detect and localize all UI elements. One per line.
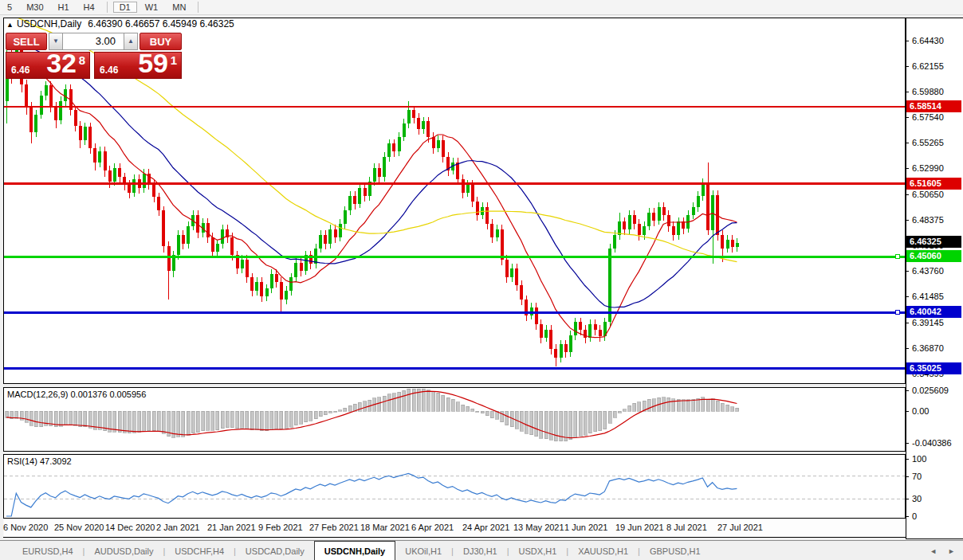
pane-backgrounds xyxy=(3,18,906,538)
price-level-badge: 6.45060 xyxy=(906,250,961,262)
price-level-badge: 6.58514 xyxy=(906,100,961,112)
chart-ohlc-values: 6.46390 6.46657 6.45949 6.46325 xyxy=(88,18,234,29)
tab-ukoil[interactable]: UKOil,H1 xyxy=(395,541,451,560)
y-axis-tickmark xyxy=(906,143,909,143)
volume-increase-icon[interactable]: ▲ xyxy=(124,33,138,50)
x-axis-date-label: 27 Jul 2021 xyxy=(717,523,763,532)
y-axis-tick-label: 6.62155 xyxy=(912,61,944,71)
y-axis-tick-label: 6.50650 xyxy=(912,190,944,199)
scroll-tabs-left-icon[interactable]: ◄ xyxy=(930,547,937,555)
tab-usdx[interactable]: USDX,H1 xyxy=(509,541,567,560)
buy-price-big: 59 xyxy=(138,48,168,79)
one-click-trading-panel: SELL ▼ 3.00 ▲ BUY 6.46 32 8 6.46 59 1 xyxy=(6,33,182,79)
y-axis-tick-label: 6.48375 xyxy=(912,215,944,225)
x-axis-date-label: 19 Jun 2021 xyxy=(615,523,664,532)
sell-price-big: 32 xyxy=(46,48,77,79)
rsi-axis-tick-label: 30 xyxy=(912,494,922,503)
y-axis-tickmark xyxy=(906,194,909,195)
y-axis-tick-label: 6.43760 xyxy=(912,266,944,276)
y-axis-tickmark xyxy=(906,220,909,221)
x-axis-date-label: 8 Jul 2021 xyxy=(666,523,707,532)
y-axis-tickmark xyxy=(906,323,909,323)
sell-button[interactable]: SELL xyxy=(6,33,47,50)
y-axis-tick-label: 6.59880 xyxy=(912,87,944,96)
rsi-axis-tick-label: 70 xyxy=(912,472,922,481)
object-marker-icon: ▲ xyxy=(6,21,14,29)
y-axis-tick-label: 6.41485 xyxy=(912,292,944,301)
tab-dj30[interactable]: DJ30,H1 xyxy=(454,541,507,560)
tab-usdcad[interactable]: USDCAD,Daily xyxy=(236,541,314,560)
price-level-badge: 6.40042 xyxy=(906,306,961,318)
x-axis-date-label: 14 Dec 2020 xyxy=(105,523,155,532)
rsi-axis-tick-label: 0 xyxy=(912,511,917,521)
x-axis-date-label: 9 Feb 2021 xyxy=(258,523,303,532)
chart-title-row: ▲USDCNH,Daily6.46390 6.46657 6.45949 6.4… xyxy=(6,18,234,29)
rsi-axis-tickmark xyxy=(906,516,909,517)
y-axis-tickmark xyxy=(906,92,909,92)
macd-axis-tickmark xyxy=(906,411,909,412)
tab-gbpusd[interactable]: GBPUSD,H1 xyxy=(640,541,710,560)
y-axis-tickmark xyxy=(906,296,909,297)
scroll-tabs-right-icon[interactable]: ► xyxy=(948,547,955,555)
y-axis-tick-label: 6.64430 xyxy=(912,36,944,45)
y-axis-tickmark xyxy=(906,66,909,67)
rsi-axis-tickmark xyxy=(906,476,909,477)
rsi-indicator-label: RSI(14) 47.3092 xyxy=(7,456,72,466)
sell-price-prefix: 6.46 xyxy=(11,65,29,76)
tab-usdcnh[interactable]: USDCNH,Daily xyxy=(314,541,395,560)
macd-axis-tick-label: 0.00 xyxy=(912,406,929,416)
macd-axis-tickmark xyxy=(906,390,909,391)
y-axis-tickmark xyxy=(906,271,909,272)
y-axis-tick-label: 6.39145 xyxy=(912,318,944,327)
sell-price-sup: 8 xyxy=(79,53,85,67)
price-level-badge: 6.51605 xyxy=(906,178,961,190)
x-axis-date-label: 27 Feb 2021 xyxy=(309,523,359,532)
macd-axis-tickmark xyxy=(906,443,909,444)
rsi-axis-tick-label: 100 xyxy=(912,454,926,464)
tab-usdchf[interactable]: USDCHF,H4 xyxy=(165,541,234,560)
line-handle[interactable] xyxy=(895,310,900,315)
rsi-axis-tickmark xyxy=(906,459,909,460)
x-axis-date-label: 18 Mar 2021 xyxy=(360,523,410,532)
macd-indicator-label: MACD(12,26,9) 0.001376 0.005956 xyxy=(7,390,146,399)
y-axis-tickmark xyxy=(906,348,909,349)
macd-axis-tick-label: 0.025609 xyxy=(912,386,949,395)
current-price-badge: 6.46325 xyxy=(906,236,961,248)
tab-eurusd[interactable]: EURUSD,H4 xyxy=(13,541,83,560)
price-level-badge: 6.35025 xyxy=(906,362,961,374)
y-axis-tick-label: 6.52990 xyxy=(912,163,944,173)
rsi-axis-tickmark xyxy=(906,499,909,499)
y-axis-tick-label: 6.57540 xyxy=(912,112,944,122)
tab-xauusd[interactable]: XAUUSD,H1 xyxy=(568,541,638,560)
y-axis-tickmark xyxy=(906,41,909,41)
y-axis-tick-label: 6.55265 xyxy=(912,138,944,147)
symbol-tab-bar: EURUSD,H4|AUDUSD,Daily|USDCHF,H4|USDCAD,… xyxy=(0,540,963,560)
x-axis-date-label: 6 Apr 2021 xyxy=(411,523,454,532)
macd-axis-tick-label: -0.040386 xyxy=(912,438,952,448)
x-axis-date-label: 13 May 2021 xyxy=(513,523,564,532)
chart-symbol-period: USDCNH,Daily xyxy=(17,18,81,29)
buy-price-box[interactable]: 6.46 59 1 xyxy=(94,52,182,79)
x-axis-date-label: 24 Apr 2021 xyxy=(462,523,509,532)
tab-audusd[interactable]: AUDUSD,Daily xyxy=(85,541,163,560)
chart-canvas xyxy=(0,0,906,540)
sell-price-box[interactable]: 6.46 32 8 xyxy=(6,52,90,79)
line-handle[interactable] xyxy=(895,254,900,259)
terminal-window: 5M30H1H4D1W1MN ▲USDCNH,Daily6.46390 6.46… xyxy=(0,0,963,560)
x-axis-date-label: 2 Jan 2021 xyxy=(156,523,199,532)
x-axis-date-label: 21 Jan 2021 xyxy=(207,523,256,532)
y-axis-tick-label: 6.36870 xyxy=(912,343,944,353)
x-axis-date-label: 1 Jun 2021 xyxy=(564,523,607,532)
x-axis-date-label: 25 Nov 2020 xyxy=(54,523,104,532)
buy-price-sup: 1 xyxy=(171,53,177,67)
x-axis-date-label: 6 Nov 2020 xyxy=(3,523,48,532)
y-axis-tickmark xyxy=(906,117,909,118)
y-axis-tickmark xyxy=(906,168,909,169)
buy-price-prefix: 6.46 xyxy=(100,65,118,76)
